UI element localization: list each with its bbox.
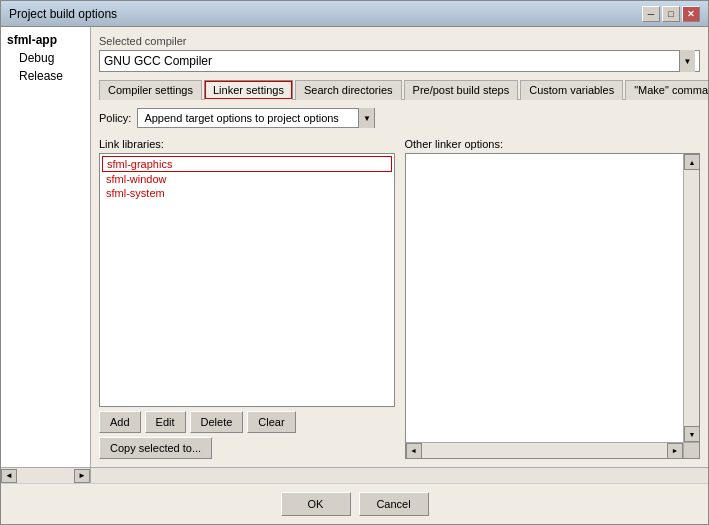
ok-button[interactable]: OK [281, 492, 351, 516]
scroll-track-vertical[interactable] [684, 170, 699, 426]
scroll-up-button[interactable]: ▲ [684, 154, 700, 170]
compiler-dropdown-box[interactable]: GNU GCC Compiler ▼ [99, 50, 700, 72]
tab-compiler-settings[interactable]: Compiler settings [99, 80, 202, 100]
sidebar-item-debug[interactable]: Debug [1, 49, 90, 67]
copy-row: Copy selected to... [99, 437, 395, 459]
tab-pre-post-build[interactable]: Pre/post build steps [404, 80, 519, 100]
clear-button[interactable]: Clear [247, 411, 295, 433]
policy-dropdown[interactable]: Append target options to project options… [137, 108, 375, 128]
tab-search-directories[interactable]: Search directories [295, 80, 402, 100]
list-items: sfml-graphics sfml-window sfml-system [100, 154, 394, 202]
project-build-options-window: Project build options ─ □ ✕ sfml-app Deb… [0, 0, 709, 525]
link-libraries-list[interactable]: sfml-graphics sfml-window sfml-system [99, 153, 395, 407]
tab-linker-settings[interactable]: Linker settings [204, 80, 293, 100]
scroll-left-button[interactable]: ◄ [406, 443, 422, 459]
scroll-down-button[interactable]: ▼ [684, 426, 700, 442]
add-button[interactable]: Add [99, 411, 141, 433]
copy-selected-button[interactable]: Copy selected to... [99, 437, 212, 459]
main-content: sfml-app Debug Release Selected compiler… [1, 27, 708, 467]
tabs-bar: Compiler settings Linker settings Search… [99, 80, 700, 100]
edit-button[interactable]: Edit [145, 411, 186, 433]
other-linker-label: Other linker options: [405, 138, 701, 150]
link-libraries-label: Link libraries: [99, 138, 395, 150]
bottom-spacer [91, 468, 708, 483]
compiler-label: Selected compiler [99, 35, 700, 47]
sidebar-item-release[interactable]: Release [1, 67, 90, 85]
title-bar-buttons: ─ □ ✕ [642, 6, 700, 22]
textarea-inner [406, 154, 684, 442]
tab-custom-variables[interactable]: Custom variables [520, 80, 623, 100]
list-item[interactable]: sfml-system [102, 186, 392, 200]
window-title: Project build options [9, 7, 117, 21]
main-area: Selected compiler GNU GCC Compiler ▼ Com… [91, 27, 708, 467]
other-linker-textarea[interactable]: ▲ ▼ ◄ ► [405, 153, 701, 459]
cancel-button[interactable]: Cancel [359, 492, 429, 516]
list-item[interactable]: sfml-graphics [102, 156, 392, 172]
list-item[interactable]: sfml-window [102, 172, 392, 186]
footer: OK Cancel [1, 483, 708, 524]
title-bar: Project build options ─ □ ✕ [1, 1, 708, 27]
library-buttons-row: Add Edit Delete Clear [99, 411, 395, 433]
compiler-dropdown-arrow[interactable]: ▼ [679, 50, 695, 72]
delete-button[interactable]: Delete [190, 411, 244, 433]
compiler-value: GNU GCC Compiler [104, 54, 212, 68]
sidebar-nav: ◄ ► [1, 468, 91, 483]
tab-make-commands[interactable]: "Make" commands [625, 80, 708, 100]
minimize-button[interactable]: ─ [642, 6, 660, 22]
sidebar: sfml-app Debug Release [1, 27, 91, 467]
policy-dropdown-arrow[interactable]: ▼ [358, 108, 374, 128]
right-panel: Other linker options: ▲ ▼ ◄ ► [405, 138, 701, 459]
panels: Link libraries: sfml-graphics sfml-windo… [99, 138, 700, 459]
close-button[interactable]: ✕ [682, 6, 700, 22]
compiler-dropdown[interactable]: GNU GCC Compiler ▼ [99, 50, 700, 72]
policy-label: Policy: [99, 112, 131, 124]
sidebar-nav-left[interactable]: ◄ [1, 469, 17, 483]
left-panel: Link libraries: sfml-graphics sfml-windo… [99, 138, 395, 459]
compiler-section: Selected compiler GNU GCC Compiler ▼ [99, 35, 700, 72]
policy-value: Append target options to project options [138, 112, 358, 124]
sidebar-nav-right[interactable]: ► [74, 469, 90, 483]
sidebar-scroll-track[interactable] [17, 469, 74, 483]
maximize-button[interactable]: □ [662, 6, 680, 22]
horizontal-scrollbar[interactable]: ◄ ► [406, 442, 684, 458]
policy-row: Policy: Append target options to project… [99, 108, 700, 128]
vertical-scrollbar[interactable]: ▲ ▼ [683, 154, 699, 442]
sidebar-nav-bar: ◄ ► [1, 467, 708, 483]
scroll-right-button[interactable]: ► [667, 443, 683, 459]
sidebar-item-sfml-app[interactable]: sfml-app [1, 31, 90, 49]
tab-content-linker: Policy: Append target options to project… [99, 108, 700, 459]
scrollbar-corner [683, 442, 699, 458]
